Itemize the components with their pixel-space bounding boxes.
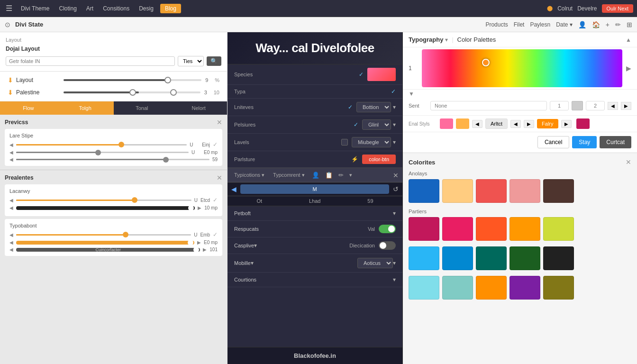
- color-nav-right[interactable]: ▶: [626, 64, 631, 72]
- style-btn-orange-swatch[interactable]: [456, 118, 469, 129]
- nav-item-divi[interactable]: Divi Theme: [18, 3, 52, 14]
- nav-item-art[interactable]: Art: [83, 3, 96, 14]
- font-color-swatch[interactable]: [572, 101, 583, 110]
- mobille-dropdown[interactable]: ▾: [251, 260, 254, 266]
- anolays-swatch-4[interactable]: [510, 179, 540, 203]
- petboft-dropdown[interactable]: ▾: [393, 210, 396, 217]
- font-nav-prev[interactable]: ◀: [608, 102, 618, 110]
- row3-swatch-2[interactable]: [442, 246, 473, 270]
- anolays-swatch-1[interactable]: [409, 179, 439, 203]
- anolays-swatch-5[interactable]: [543, 179, 574, 203]
- toolbar-clipboard-icon[interactable]: 📋: [324, 170, 334, 180]
- color-gradient-bar[interactable]: [422, 49, 622, 87]
- prev-check-1[interactable]: ✓: [213, 141, 218, 148]
- prev-arrow-left-2[interactable]: ◀: [9, 150, 13, 155]
- row4-swatch-2[interactable]: [442, 276, 473, 300]
- color-v-arrow[interactable]: ▼: [403, 90, 637, 98]
- layout-select[interactable]: Ties: [178, 56, 204, 66]
- species-color-swatch[interactable]: [367, 68, 396, 81]
- mobille-right-dropdown[interactable]: ▾: [393, 260, 396, 266]
- parlsture-color-btn[interactable]: color-btn: [362, 155, 396, 164]
- preset1-check-1[interactable]: ✓: [213, 197, 218, 203]
- tab-tonal[interactable]: Tonal: [114, 101, 171, 115]
- nav-item-cloting[interactable]: Cloting: [56, 3, 79, 14]
- style-btn-pink-swatch[interactable]: [440, 118, 453, 129]
- partiers-swatch-2[interactable]: [442, 217, 473, 241]
- preset2-arrow-3r[interactable]: ▶: [203, 247, 207, 252]
- lniteves-check[interactable]: ✓: [348, 104, 353, 110]
- lavels-checkbox[interactable]: [341, 139, 348, 146]
- nav-right-colrut-label[interactable]: Colrut: [557, 5, 573, 12]
- row3-swatch-1[interactable]: [409, 246, 439, 270]
- toolbar-dropdown-icon[interactable]: ▾: [348, 171, 354, 180]
- style-nav-next-2[interactable]: ▶: [561, 120, 572, 128]
- nav-products[interactable]: Products: [485, 21, 508, 28]
- lniteves-dropdown-icon[interactable]: ▾: [393, 104, 396, 110]
- cta-button[interactable]: Oulr Next: [602, 4, 633, 13]
- typography-dropdown-btn[interactable]: ▾: [445, 36, 448, 43]
- preset2-arrow-1[interactable]: ◀: [9, 232, 13, 237]
- lniteves-select[interactable]: Bottion: [356, 102, 391, 112]
- courtions-dropdown[interactable]: ▾: [393, 276, 396, 283]
- prev-arrow-left-1[interactable]: ◀: [9, 142, 13, 147]
- stay-button[interactable]: Stay: [572, 136, 597, 148]
- toolbar-typicotions[interactable]: Typicotions ▾: [231, 171, 267, 180]
- tab-nelort[interactable]: Nelort: [170, 101, 227, 115]
- partiers-swatch-4[interactable]: [510, 217, 540, 241]
- anolays-swatch-3[interactable]: [476, 179, 507, 203]
- bottom-nav-ot[interactable]: Ot: [256, 198, 262, 204]
- presets-close-btn[interactable]: ✕: [217, 174, 222, 182]
- font-num-input[interactable]: [550, 101, 569, 110]
- casplive-toggle[interactable]: [379, 241, 396, 250]
- pelsiures-select[interactable]: Glinl: [362, 119, 391, 130]
- edit-icon[interactable]: ✏: [615, 21, 621, 28]
- species-check[interactable]: ✓: [359, 71, 364, 78]
- partiers-swatch-5[interactable]: [543, 217, 574, 241]
- preset2-arrow-2[interactable]: ◀: [9, 240, 13, 245]
- toolbar-pen-icon[interactable]: ✏: [337, 170, 345, 180]
- preset1-arrow-1[interactable]: ◀: [9, 198, 13, 203]
- tab-flow[interactable]: Flow: [0, 101, 57, 115]
- grid-icon[interactable]: ⊞: [627, 21, 632, 28]
- row4-swatch-1[interactable]: [409, 276, 439, 300]
- sent-input[interactable]: [430, 101, 547, 110]
- color-palettes-collapse-btn[interactable]: ▲: [626, 36, 631, 43]
- toolbar-close-btn[interactable]: ✕: [393, 172, 399, 179]
- font-second-num[interactable]: [586, 101, 605, 110]
- mobille-select[interactable]: Aoticus: [357, 258, 393, 268]
- style-btn-falry[interactable]: Falry: [537, 119, 558, 128]
- nav-item-consitions[interactable]: Consitions: [100, 3, 132, 14]
- anolays-swatch-2[interactable]: [442, 179, 473, 203]
- user-icon[interactable]: 👤: [578, 21, 586, 28]
- style-nav-prev-2[interactable]: ◀: [510, 120, 521, 128]
- current-button[interactable]: Curtcat: [600, 136, 631, 148]
- layout-search-button[interactable]: 🔍: [207, 56, 221, 66]
- preset1-arrow-2[interactable]: ◀: [9, 205, 13, 210]
- casplive-dropdown[interactable]: ▾: [254, 242, 257, 249]
- bottom-nav-arrow-left[interactable]: ◀: [231, 185, 237, 193]
- row3-swatch-5[interactable]: [543, 246, 574, 270]
- style-swatch-pink2[interactable]: [576, 118, 590, 129]
- pelsiures-dropdown-icon[interactable]: ▾: [393, 121, 396, 128]
- style-nav-next-1[interactable]: ▶: [524, 120, 534, 128]
- preset2-arrow-2r[interactable]: ▶: [197, 240, 201, 245]
- preview-close-btn[interactable]: ✕: [217, 118, 222, 126]
- colorites-close-btn[interactable]: ✕: [626, 158, 631, 166]
- bottom-nav-59[interactable]: 59: [367, 198, 373, 204]
- toolbar-user-icon[interactable]: 👤: [310, 170, 321, 180]
- style-btn-arltct[interactable]: Arltct: [485, 118, 508, 129]
- style-nav-prev-1[interactable]: ◀: [472, 120, 482, 128]
- lavels-select[interactable]: Miubegle: [352, 137, 391, 147]
- preset1-arrow-2r[interactable]: ▶: [198, 205, 201, 210]
- toolbar-typcomrent[interactable]: Typcomrent ▾: [270, 171, 308, 180]
- bottom-nav-refresh[interactable]: ↺: [393, 185, 399, 193]
- row3-swatch-3[interactable]: [476, 246, 507, 270]
- prev-arrow-left-3[interactable]: ◀: [9, 157, 13, 162]
- layout-text-input[interactable]: [6, 56, 175, 66]
- home-icon[interactable]: 🏠: [592, 21, 600, 28]
- pelsiures-check[interactable]: ✓: [354, 121, 358, 128]
- font-nav-next[interactable]: ▶: [621, 102, 631, 110]
- row4-swatch-3[interactable]: [476, 276, 507, 300]
- nav-item-desig[interactable]: Desig: [136, 3, 156, 14]
- respucats-toggle[interactable]: [379, 225, 396, 233]
